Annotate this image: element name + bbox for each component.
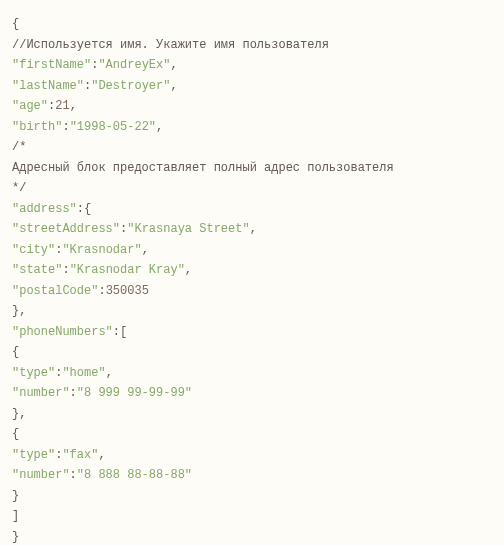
- code-line: "city":"Krasnodar",: [12, 240, 492, 261]
- code-line: },: [12, 404, 492, 425]
- code-line: "age":21,: [12, 96, 492, 117]
- code-line: }: [12, 486, 492, 507]
- code-line: "type":"home",: [12, 363, 492, 384]
- code-line: "streetAddress":"Krasnaya Street",: [12, 219, 492, 240]
- code-line: "firstName":"AndreyEx",: [12, 55, 492, 76]
- code-line: ]: [12, 506, 492, 527]
- code-line: Адресный блок предоставляет полный адрес…: [12, 158, 492, 179]
- json-code-block: {//Используется имя. Укажите имя пользов…: [12, 14, 492, 545]
- code-line: "state":"Krasnodar Kray",: [12, 260, 492, 281]
- code-line: /*: [12, 137, 492, 158]
- code-line: "type":"fax",: [12, 445, 492, 466]
- code-line: "number":"8 999 99-99-99": [12, 383, 492, 404]
- code-line: "birth":"1998-05-22",: [12, 117, 492, 138]
- code-line: "lastName":"Destroyer",: [12, 76, 492, 97]
- code-line: //Используется имя. Укажите имя пользова…: [12, 35, 492, 56]
- code-line: */: [12, 178, 492, 199]
- code-line: },: [12, 301, 492, 322]
- code-line: {: [12, 342, 492, 363]
- code-line: }: [12, 527, 492, 546]
- code-line: "postalCode":350035: [12, 281, 492, 302]
- code-line: "phoneNumbers":[: [12, 322, 492, 343]
- code-line: {: [12, 14, 492, 35]
- code-line: "number":"8 888 88-88-88": [12, 465, 492, 486]
- code-line: "address":{: [12, 199, 492, 220]
- code-line: {: [12, 424, 492, 445]
